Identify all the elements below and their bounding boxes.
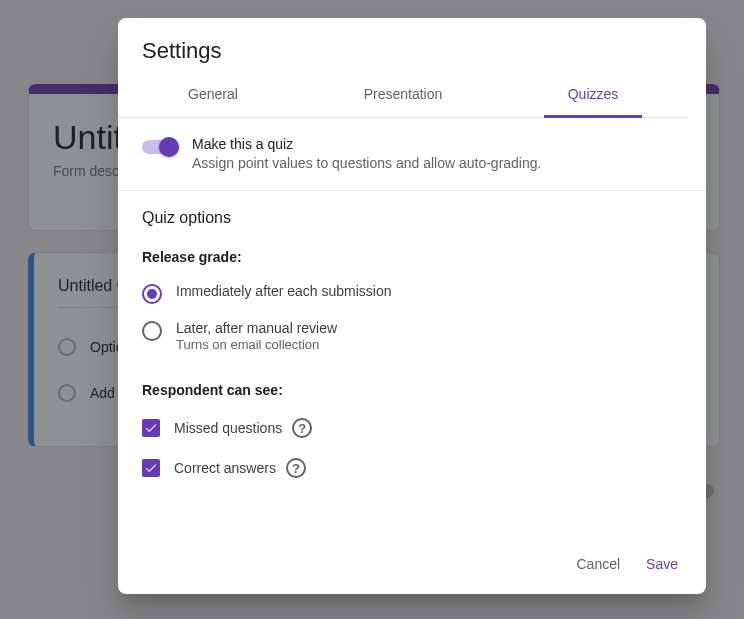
tab-quizzes[interactable]: Quizzes bbox=[498, 72, 688, 117]
settings-dialog: Settings General Presentation Quizzes Ma… bbox=[118, 18, 706, 594]
release-immediate-row[interactable]: Immediately after each submission bbox=[118, 275, 706, 312]
make-quiz-toggle[interactable] bbox=[142, 140, 176, 154]
radio-unselected-icon bbox=[142, 321, 162, 341]
make-quiz-row: Make this a quiz Assign point values to … bbox=[118, 118, 706, 191]
checkbox-checked-icon bbox=[142, 459, 160, 477]
radio-selected-icon bbox=[142, 284, 162, 304]
release-grade-title: Release grade: bbox=[118, 237, 706, 275]
release-later-label: Later, after manual review bbox=[176, 320, 682, 336]
make-quiz-text: Make this a quiz Assign point values to … bbox=[192, 136, 682, 172]
dialog-footer: Cancel Save bbox=[118, 538, 706, 594]
checkbox-checked-icon bbox=[142, 419, 160, 437]
quiz-options-title: Quiz options bbox=[118, 191, 706, 237]
make-quiz-label: Make this a quiz bbox=[192, 136, 682, 152]
cancel-button[interactable]: Cancel bbox=[572, 550, 624, 578]
save-button[interactable]: Save bbox=[642, 550, 682, 578]
correct-answers-row[interactable]: Correct answers ? bbox=[118, 448, 706, 488]
make-quiz-desc: Assign point values to questions and all… bbox=[192, 155, 541, 171]
dialog-title: Settings bbox=[142, 38, 682, 64]
tab-general[interactable]: General bbox=[118, 72, 308, 117]
switch-thumb bbox=[159, 137, 179, 157]
missed-questions-row[interactable]: Missed questions ? bbox=[118, 408, 706, 448]
help-icon[interactable]: ? bbox=[292, 418, 312, 438]
dialog-header: Settings bbox=[118, 18, 706, 72]
release-later-sub: Turns on email collection bbox=[176, 337, 682, 352]
settings-tabs: General Presentation Quizzes bbox=[118, 72, 688, 118]
help-icon[interactable]: ? bbox=[286, 458, 306, 478]
release-later-row[interactable]: Later, after manual review Turns on emai… bbox=[118, 312, 706, 360]
dialog-body[interactable]: Make this a quiz Assign point values to … bbox=[118, 118, 706, 538]
release-immediate-label: Immediately after each submission bbox=[176, 283, 682, 299]
correct-answers-label: Correct answers bbox=[174, 460, 276, 476]
tab-presentation[interactable]: Presentation bbox=[308, 72, 498, 117]
missed-questions-label: Missed questions bbox=[174, 420, 282, 436]
respondent-can-see-title: Respondent can see: bbox=[118, 370, 706, 408]
